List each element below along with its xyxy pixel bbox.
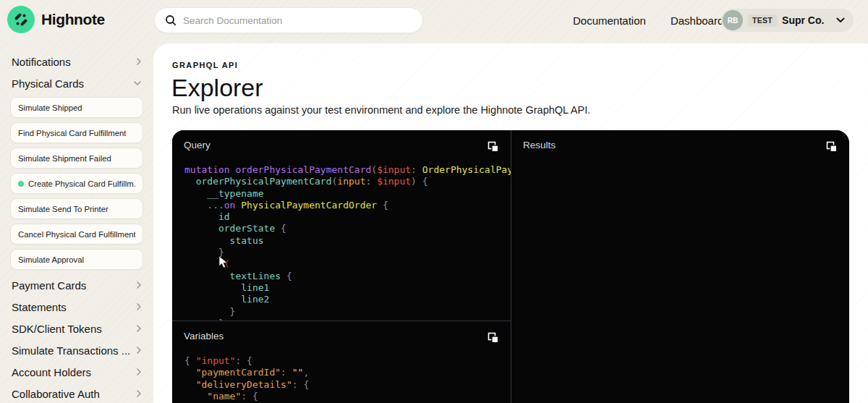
search-placeholder: Search Documentation [183, 15, 282, 26]
sidebar-item-physical-cards[interactable]: Physical Cards [10, 72, 143, 94]
variables-panel-title: Variables [184, 331, 224, 342]
chevron-right-icon [136, 281, 142, 289]
copy-icon [488, 141, 499, 153]
copy-icon [826, 141, 838, 153]
nav-documentation-link[interactable]: Documentation [573, 14, 646, 27]
chevron-right-icon [136, 324, 142, 333]
sidebar-item-label: Physical Cards [12, 77, 84, 90]
query-column: Query mutation orderPhysicalPaymentCard(… [172, 130, 511, 403]
query-panel-title: Query [184, 140, 210, 150]
main-content: GRAPHQL API Explorer Run live operations… [153, 43, 868, 403]
chevron-right-icon [136, 389, 142, 398]
chevron-right-icon [136, 57, 142, 66]
sidebar-item-payment-cards[interactable]: Payment Cards [10, 274, 143, 296]
avatar: RB [723, 10, 743, 30]
graphql-explorer: Query mutation orderPhysicalPaymentCard(… [172, 130, 849, 403]
physical-cards-actions: Simulate Shipped Find Physical Card Fulf… [10, 97, 143, 270]
env-badge: TEST [748, 14, 777, 27]
brand-name: Highnote [41, 11, 105, 28]
page-description: Run live operations against your test en… [172, 104, 590, 116]
action-simulate-shipment-failed[interactable]: Simulate Shipment Failed [10, 148, 143, 169]
copy-query-button[interactable] [486, 140, 501, 154]
results-panel: Results [511, 130, 849, 403]
sidebar-item-label: Notifications [12, 56, 71, 68]
sidebar-item-account-holders[interactable]: Account Holders [10, 361, 143, 383]
search-icon [165, 14, 176, 26]
sidebar-item-simulate-transactions[interactable]: Simulate Transactions ... [10, 339, 143, 361]
copy-variables-button[interactable] [486, 331, 501, 345]
action-simulate-send-to-printer[interactable]: Simulate Send To Printer [10, 198, 143, 219]
chevron-down-icon [836, 17, 845, 23]
variables-editor[interactable]: { "input": { "paymentCardId": "", "deliv… [184, 355, 511, 402]
copy-results-button[interactable] [825, 140, 839, 154]
section-eyebrow: GRAPHQL API [172, 61, 238, 69]
chevron-right-icon [136, 346, 142, 355]
action-simulate-shipped[interactable]: Simulate Shipped [10, 97, 143, 118]
brand-logo[interactable]: Highnote [7, 6, 105, 33]
query-editor[interactable]: mutation orderPhysicalPaymentCard($input… [184, 164, 511, 321]
copy-icon [488, 332, 499, 344]
chevron-right-icon [136, 302, 142, 311]
account-switcher[interactable]: RB TEST Supr Co. [721, 9, 854, 32]
variables-panel[interactable]: Variables { "input": { "paymentCardId": … [172, 321, 511, 403]
sidebar: Notifications Physical Cards Simulate Sh… [0, 41, 153, 403]
active-indicator-dot [18, 181, 24, 187]
top-header: Highnote Search Documentation Documentat… [0, 0, 868, 41]
action-create-physical-card-fulfillment[interactable]: Create Physical Card Fulfillm... [10, 173, 143, 194]
sidebar-item-notifications[interactable]: Notifications [10, 51, 143, 72]
results-panel-title: Results [523, 140, 556, 150]
chevron-right-icon [136, 368, 142, 376]
action-find-physical-card-fulfillment[interactable]: Find Physical Card Fulfillment [10, 122, 143, 143]
top-nav: Documentation Dashboard [573, 0, 723, 41]
sidebar-item-statements[interactable]: Statements [10, 296, 143, 318]
chevron-down-icon [133, 80, 142, 86]
highnote-logo-icon [7, 6, 35, 33]
search-input[interactable]: Search Documentation [154, 7, 423, 33]
account-name: Supr Co. [782, 14, 824, 26]
query-panel[interactable]: Query mutation orderPhysicalPaymentCard(… [172, 130, 511, 321]
action-cancel-physical-card-fulfillment[interactable]: Cancel Physical Card Fulfillment [10, 224, 143, 245]
sidebar-item-sdk-client-tokens[interactable]: SDK/Client Tokens [10, 318, 143, 339]
page-title: Explorer [171, 74, 263, 102]
action-simulate-approval[interactable]: Simulate Approval [10, 249, 143, 270]
sidebar-item-collaborative-auth[interactable]: Collaborative Auth [10, 383, 143, 403]
nav-dashboard-link[interactable]: Dashboard [671, 14, 723, 27]
